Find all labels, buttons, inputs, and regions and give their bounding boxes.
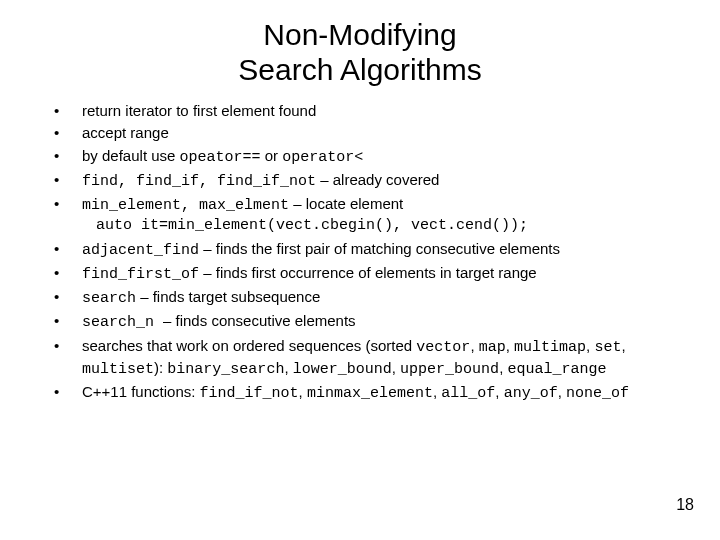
code: multimap (514, 339, 586, 356)
code: vector (416, 339, 470, 356)
list-item: min_element, max_elment – locate element… (48, 194, 672, 237)
code: minmax_element (307, 385, 433, 402)
code: all_of (441, 385, 495, 402)
code: equal_range (507, 361, 606, 378)
code: adjacent_find (82, 242, 199, 259)
code: binary_search (167, 361, 284, 378)
code: lower_bound (293, 361, 392, 378)
text: – finds target subsequence (136, 288, 320, 305)
slide: Non-Modifying Search Algorithms return i… (0, 0, 720, 540)
title-line-2: Search Algorithms (238, 53, 481, 86)
text: or (261, 147, 283, 164)
text: , (299, 383, 307, 400)
code: find_if_not (200, 385, 299, 402)
bullet-list: return iterator to first element found a… (48, 101, 672, 404)
text: , (506, 337, 514, 354)
list-item: accept range (48, 123, 672, 143)
code: opeator== (180, 149, 261, 166)
text: – locate element (289, 195, 403, 212)
text: by default use (82, 147, 180, 164)
text: – finds consecutive elements (163, 312, 356, 329)
code: operator< (282, 149, 363, 166)
list-item: search_n – finds consecutive elements (48, 311, 672, 333)
text: ): (154, 359, 167, 376)
code: search (82, 290, 136, 307)
text: return iterator to first element found (82, 102, 316, 119)
text: , (495, 383, 503, 400)
list-item: search – finds target subsequence (48, 287, 672, 309)
code: set (594, 339, 621, 356)
list-item: by default use opeator== or operator< (48, 146, 672, 168)
text: C++11 functions: (82, 383, 200, 400)
text: , (558, 383, 566, 400)
text: searches that work on ordered sequences … (82, 337, 416, 354)
slide-body: return iterator to first element found a… (0, 87, 720, 404)
text: accept range (82, 124, 169, 141)
text: – already covered (316, 171, 439, 188)
text: , (392, 359, 400, 376)
code: find, find_if, find_if_not (82, 173, 316, 190)
text: – finds first occurrence of elements in … (199, 264, 537, 281)
code: upper_bound (400, 361, 499, 378)
code: min_element, max_elment (82, 197, 289, 214)
list-item: searches that work on ordered sequences … (48, 336, 672, 381)
code-subline: auto it=min_element(vect.cbegin(), vect.… (82, 216, 672, 236)
text: – finds the first pair of matching conse… (199, 240, 560, 257)
list-item: adjacent_find – finds the first pair of … (48, 239, 672, 261)
code: multiset (82, 361, 154, 378)
title-line-1: Non-Modifying (263, 18, 456, 51)
slide-title: Non-Modifying Search Algorithms (0, 0, 720, 87)
list-item: return iterator to first element found (48, 101, 672, 121)
page-number: 18 (676, 496, 694, 514)
code: any_of (504, 385, 558, 402)
code: search_n (82, 314, 163, 331)
code: find_first_of (82, 266, 199, 283)
text: , (470, 337, 478, 354)
list-item: find_first_of – finds first occurrence o… (48, 263, 672, 285)
text: , (284, 359, 292, 376)
code: none_of (566, 385, 629, 402)
list-item: find, find_if, find_if_not – already cov… (48, 170, 672, 192)
text: , (621, 337, 625, 354)
list-item: C++11 functions: find_if_not, minmax_ele… (48, 382, 672, 404)
code: map (479, 339, 506, 356)
